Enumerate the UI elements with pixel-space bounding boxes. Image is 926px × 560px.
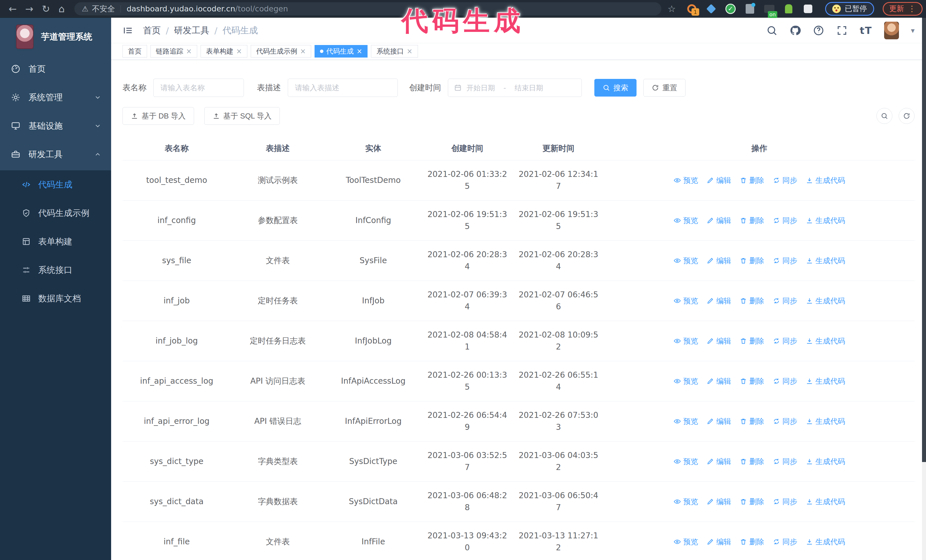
tab[interactable]: 代码生成 × [315, 45, 368, 57]
user-avatar[interactable] [884, 22, 899, 39]
generate-code-link[interactable]: 生成代码 [806, 496, 845, 507]
sidebar-subitem[interactable]: 系统接口 [0, 256, 111, 284]
scrollbar-thumb[interactable] [922, 18, 926, 462]
delete-link[interactable]: 删除 [740, 214, 764, 226]
preview-link[interactable]: 预览 [673, 335, 698, 347]
sync-link[interactable]: 同步 [773, 496, 797, 507]
app-logo[interactable]: 芋道管理系统 [0, 18, 111, 55]
delete-link[interactable]: 删除 [740, 456, 764, 468]
sidebar-subitem[interactable]: 代码生成 [0, 171, 111, 199]
extension-switch-icon[interactable]: on [764, 3, 775, 15]
date-range-picker[interactable]: 开始日期 - 结束日期 [448, 78, 582, 97]
address-bar[interactable]: ⚠ 不安全 dashboard.yudao.iocoder.cn /tool/c… [74, 2, 661, 15]
table-name-input[interactable] [153, 78, 244, 97]
delete-link[interactable]: 删除 [740, 415, 764, 427]
edit-link[interactable]: 编辑 [707, 214, 731, 226]
edit-link[interactable]: 编辑 [707, 255, 731, 267]
delete-link[interactable]: 删除 [740, 255, 764, 267]
sidebar-subitem[interactable]: 代码生成示例 [0, 199, 111, 227]
close-icon[interactable]: × [300, 47, 306, 55]
edit-link[interactable]: 编辑 [707, 415, 731, 427]
sidebar-item[interactable]: 系统管理 [0, 83, 111, 112]
generate-code-link[interactable]: 生成代码 [806, 415, 845, 427]
back-icon[interactable]: ← [9, 0, 17, 18]
generate-code-link[interactable]: 生成代码 [806, 214, 845, 226]
delete-link[interactable]: 删除 [740, 174, 764, 186]
preview-link[interactable]: 预览 [673, 415, 698, 427]
sync-link[interactable]: 同步 [773, 456, 797, 468]
sync-link[interactable]: 同步 [773, 415, 797, 427]
edit-link[interactable]: 编辑 [707, 375, 731, 387]
sync-link[interactable]: 同步 [773, 295, 797, 307]
reload-icon[interactable]: ↻ [42, 0, 50, 18]
reset-button[interactable]: 重置 [643, 79, 685, 97]
extension-gem-icon[interactable] [705, 3, 717, 15]
close-icon[interactable]: × [186, 47, 192, 55]
breadcrumb-tools[interactable]: 研发工具 [174, 24, 209, 36]
home-icon[interactable]: ⌂ [59, 0, 65, 18]
update-button[interactable]: 更新 ⋮ [883, 2, 923, 16]
sidebar-subitem[interactable]: 表单构建 [0, 227, 111, 256]
paused-badge[interactable]: 已暂停 [825, 2, 874, 16]
close-icon[interactable]: × [356, 47, 362, 55]
preview-link[interactable]: 预览 [673, 536, 698, 548]
edit-link[interactable]: 编辑 [707, 456, 731, 468]
close-icon[interactable]: × [407, 47, 412, 55]
sync-link[interactable]: 同步 [773, 174, 797, 186]
sync-link[interactable]: 同步 [773, 214, 797, 226]
refresh-table-button[interactable] [899, 108, 915, 124]
generate-code-link[interactable]: 生成代码 [806, 295, 845, 307]
sidebar-subitem[interactable]: 数据库文档 [0, 284, 111, 313]
sync-link[interactable]: 同步 [773, 375, 797, 387]
sidebar-item[interactable]: 基础设施 [0, 112, 111, 140]
preview-link[interactable]: 预览 [673, 174, 698, 186]
generate-code-link[interactable]: 生成代码 [806, 375, 845, 387]
tab[interactable]: 代码生成示例 × [251, 45, 311, 57]
hamburger-icon[interactable] [123, 25, 133, 36]
delete-link[interactable]: 删除 [740, 295, 764, 307]
tab[interactable]: 表单构建 × [201, 45, 247, 57]
tab[interactable]: 系统接口 × [371, 45, 418, 57]
breadcrumb-home[interactable]: 首页 [143, 24, 161, 36]
generate-code-link[interactable]: 生成代码 [806, 174, 845, 186]
preview-link[interactable]: 预览 [673, 456, 698, 468]
text-size-icon[interactable]: tT [859, 25, 872, 36]
preview-link[interactable]: 预览 [673, 375, 698, 387]
fullscreen-icon[interactable] [836, 25, 848, 36]
edit-link[interactable]: 编辑 [707, 295, 731, 307]
close-icon[interactable]: × [236, 47, 242, 55]
search-button[interactable]: 搜索 [595, 79, 637, 97]
table-desc-input[interactable] [288, 78, 398, 97]
caret-down-icon[interactable]: ▾ [911, 26, 915, 35]
delete-link[interactable]: 删除 [740, 536, 764, 548]
preview-link[interactable]: 预览 [673, 255, 698, 267]
sidebar-item[interactable]: 首页 [0, 55, 111, 83]
import-db-button[interactable]: 基于 DB 导入 [123, 107, 194, 125]
github-icon[interactable] [790, 25, 801, 36]
sync-link[interactable]: 同步 [773, 335, 797, 347]
tab[interactable]: 首页 × [123, 45, 147, 57]
generate-code-link[interactable]: 生成代码 [806, 536, 845, 548]
generate-code-link[interactable]: 生成代码 [806, 255, 845, 267]
edit-link[interactable]: 编辑 [707, 496, 731, 507]
help-icon[interactable] [813, 25, 824, 36]
preview-link[interactable]: 预览 [673, 214, 698, 226]
preview-link[interactable]: 预览 [673, 295, 698, 307]
forward-icon[interactable]: → [25, 0, 33, 18]
end-date-placeholder[interactable]: 结束日期 [514, 83, 543, 92]
extension-sliders-icon[interactable] [744, 3, 756, 15]
tab[interactable]: 链路追踪 × [150, 45, 197, 57]
preview-link[interactable]: 预览 [673, 496, 698, 507]
generate-code-link[interactable]: 生成代码 [806, 335, 845, 347]
edit-link[interactable]: 编辑 [707, 536, 731, 548]
extension-alien-icon[interactable] [783, 3, 794, 15]
edit-link[interactable]: 编辑 [707, 335, 731, 347]
delete-link[interactable]: 删除 [740, 375, 764, 387]
edit-link[interactable]: 编辑 [707, 174, 731, 186]
sync-link[interactable]: 同步 [773, 536, 797, 548]
page-scrollbar[interactable] [922, 18, 926, 560]
extension-check-icon[interactable]: ✓ [725, 3, 736, 15]
sidebar-item[interactable]: 研发工具 [0, 140, 111, 169]
sync-link[interactable]: 同步 [773, 255, 797, 267]
start-date-placeholder[interactable]: 开始日期 [466, 83, 495, 92]
